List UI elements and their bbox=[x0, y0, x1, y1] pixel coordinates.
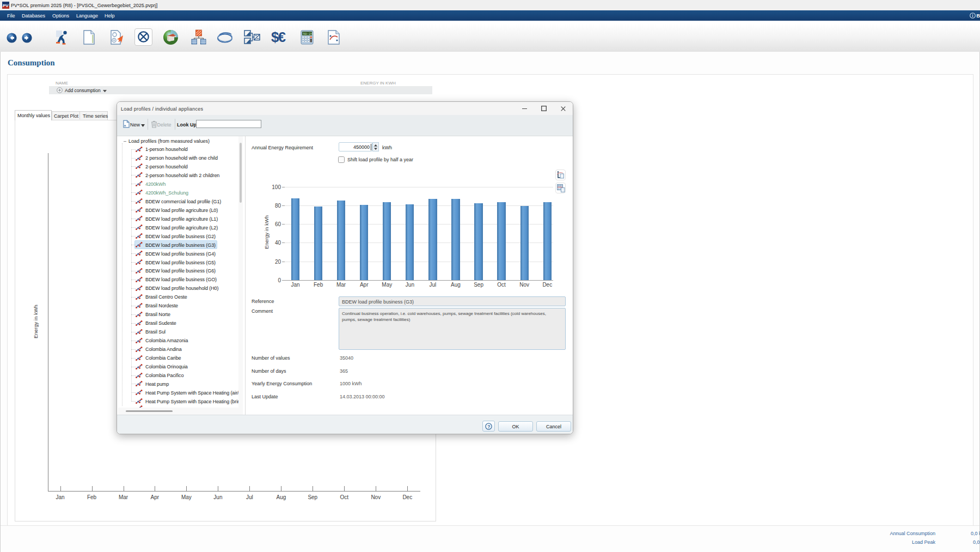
svg-text:50:24: 50:24 bbox=[303, 32, 313, 36]
svg-text:?: ? bbox=[487, 423, 490, 429]
svg-text:PV: PV bbox=[3, 3, 9, 8]
